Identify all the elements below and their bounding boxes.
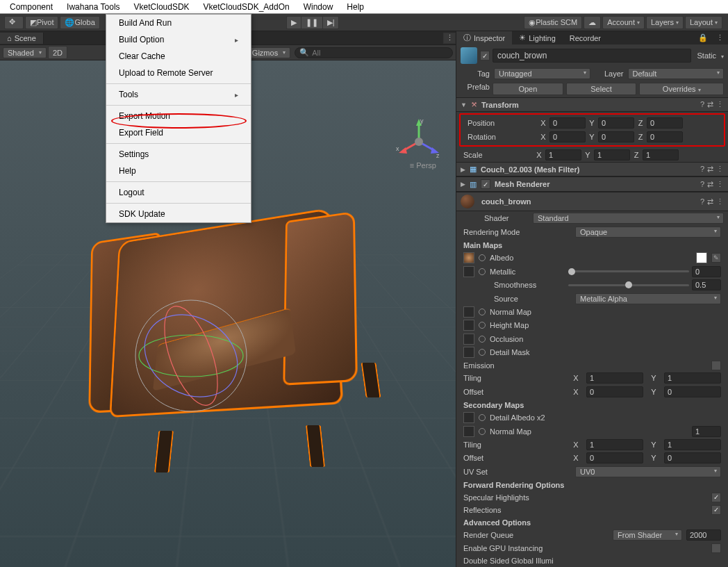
rotation-y[interactable]	[598, 131, 634, 142]
menu-settings[interactable]: Settings	[106, 146, 251, 163]
account-dropdown[interactable]: Account	[602, 16, 645, 29]
tool-hand[interactable]: ✥	[4, 16, 24, 29]
foldout-icon[interactable]: ▼	[461, 101, 467, 108]
picker-icon[interactable]	[479, 309, 486, 315]
tag-dropdown[interactable]: Untagged	[494, 68, 590, 79]
menu-icon[interactable]: ⋮	[716, 197, 724, 206]
scale-z[interactable]	[643, 149, 679, 161]
picker-icon[interactable]	[479, 414, 486, 421]
menu-export-field[interactable]: Export Field	[106, 124, 251, 141]
gpu-instancing-checkbox[interactable]	[711, 543, 721, 553]
uvset-dropdown[interactable]: UV0	[575, 466, 721, 477]
tab-lighting[interactable]: ☀Lighting	[512, 32, 563, 44]
tab-inspector[interactable]: ⓘInspector	[456, 31, 512, 44]
picker-icon[interactable]	[479, 428, 486, 435]
prefab-open-button[interactable]: Open	[493, 83, 563, 95]
eyedropper-icon[interactable]: ✎	[711, 253, 721, 263]
menu-clear-cache[interactable]: Clear Cache	[106, 48, 251, 65]
menu-icon[interactable]: ⋮	[716, 165, 724, 174]
inspector-options[interactable]: ⋮	[716, 33, 724, 42]
menu-help[interactable]: Help	[340, 2, 371, 12]
menu-iwahana-tools[interactable]: Iwahana Tools	[60, 2, 127, 12]
render-queue-value[interactable]	[686, 529, 721, 541]
picker-icon[interactable]	[479, 268, 486, 275]
tool-pivot[interactable]: ◩Pivot	[25, 16, 58, 29]
position-x[interactable]	[549, 117, 586, 129]
menu-logout[interactable]: Logout	[106, 184, 251, 201]
cloud-button[interactable]: ☁	[584, 16, 601, 29]
active-checkbox[interactable]	[480, 51, 490, 60]
normalmap-slot[interactable]	[463, 306, 474, 318]
help-icon[interactable]: ?	[700, 100, 704, 109]
detailmask-slot[interactable]	[463, 347, 474, 358]
picker-icon[interactable]	[479, 254, 486, 261]
layers-dropdown[interactable]: Layers	[646, 16, 684, 29]
material-header[interactable]: couch_brown ?⇄⋮	[456, 192, 728, 211]
tiling-x[interactable]	[586, 372, 643, 384]
tool-global[interactable]: 🌐Globa	[60, 16, 99, 29]
rotation-gizmo[interactable]	[132, 297, 250, 415]
tab-recorder[interactable]: Recorder	[563, 33, 608, 44]
scene-tab-options[interactable]: ⋮	[443, 33, 456, 44]
menu-icon[interactable]: ⋮	[716, 180, 724, 189]
picker-icon[interactable]	[479, 336, 486, 343]
detail-albedo-slot[interactable]	[463, 412, 474, 423]
rotation-x[interactable]	[549, 131, 586, 142]
scene-search-input[interactable]	[312, 49, 448, 57]
step-button[interactable]: ▶|	[322, 16, 340, 29]
rotation-z[interactable]	[647, 131, 683, 142]
menu-tools[interactable]: Tools	[106, 86, 251, 103]
gizmos-dropdown[interactable]: Gizmos	[247, 47, 290, 58]
menu-upload-remote[interactable]: Upload to Remote Server	[106, 65, 251, 81]
metallic-value[interactable]	[692, 266, 721, 277]
preset-icon[interactable]: ⇄	[707, 165, 713, 174]
offset-x[interactable]	[586, 386, 643, 397]
renderer-enabled-checkbox[interactable]	[481, 179, 490, 189]
scene-tab[interactable]: ⌂Scene	[0, 33, 44, 44]
occlusion-slot[interactable]	[463, 334, 474, 345]
rendering-mode-dropdown[interactable]: Opaque	[575, 227, 721, 238]
smoothness-slider[interactable]	[568, 284, 689, 286]
preset-icon[interactable]: ⇄	[707, 197, 713, 206]
render-mode-dropdown[interactable]: Shaded	[3, 47, 47, 58]
metallic-texture-slot[interactable]	[463, 266, 474, 277]
menu-vketcloudsdk-addon[interactable]: VketCloudSDK_AddOn	[197, 2, 297, 12]
albedo-color[interactable]	[696, 252, 707, 263]
normalmap2-slot[interactable]	[463, 426, 474, 437]
meshrenderer-header[interactable]: ▶ ▥ Mesh Renderer ?⇄⋮	[456, 176, 728, 192]
menu-window[interactable]: Window	[297, 2, 340, 12]
picker-icon[interactable]	[479, 349, 486, 356]
offset2-x[interactable]	[586, 452, 643, 463]
help-icon[interactable]: ?	[700, 197, 704, 206]
reflections-checkbox[interactable]	[711, 505, 721, 515]
menu-vketcloudsdk[interactable]: VketCloudSDK	[127, 2, 197, 12]
lock-icon[interactable]: 🔒	[698, 33, 708, 42]
prefab-select-button[interactable]: Select	[566, 83, 637, 95]
tiling2-y[interactable]	[664, 439, 721, 450]
scale-y[interactable]	[594, 149, 630, 161]
albedo-texture-slot[interactable]	[463, 252, 474, 263]
menu-app-help[interactable]: Help	[106, 163, 251, 179]
layout-dropdown[interactable]: Layout	[685, 16, 722, 29]
menu-sdk-update[interactable]: SDK Update	[106, 206, 251, 222]
help-icon[interactable]: ?	[700, 180, 704, 189]
normalmap2-value[interactable]	[692, 426, 721, 437]
orientation-gizmo[interactable]: y x z	[395, 117, 443, 166]
foldout-icon[interactable]: ▶	[461, 166, 465, 173]
render-queue-dropdown[interactable]: From Shader	[613, 529, 682, 541]
metallic-slider[interactable]	[568, 270, 689, 272]
menu-build-option[interactable]: Build Option	[106, 31, 251, 48]
static-dropdown[interactable]	[719, 51, 724, 60]
tiling2-x[interactable]	[586, 439, 643, 450]
help-icon[interactable]: ?	[700, 165, 704, 174]
transform-header[interactable]: ▼ ⤧ Transform ?⇄⋮	[456, 97, 728, 112]
layer-dropdown[interactable]: Default	[628, 68, 725, 79]
scale-x[interactable]	[545, 149, 581, 161]
smoothness-value[interactable]	[692, 279, 721, 290]
object-name-field[interactable]	[493, 49, 691, 63]
meshfilter-header[interactable]: ▶ ▦ Couch_02.003 (Mesh Filter) ?⇄⋮	[456, 162, 728, 176]
menu-component[interactable]: Component	[3, 2, 60, 12]
pause-button[interactable]: ❚❚	[301, 16, 322, 29]
plastic-scm-button[interactable]: ◉Plastic SCM	[524, 16, 582, 29]
preset-icon[interactable]: ⇄	[707, 100, 713, 109]
